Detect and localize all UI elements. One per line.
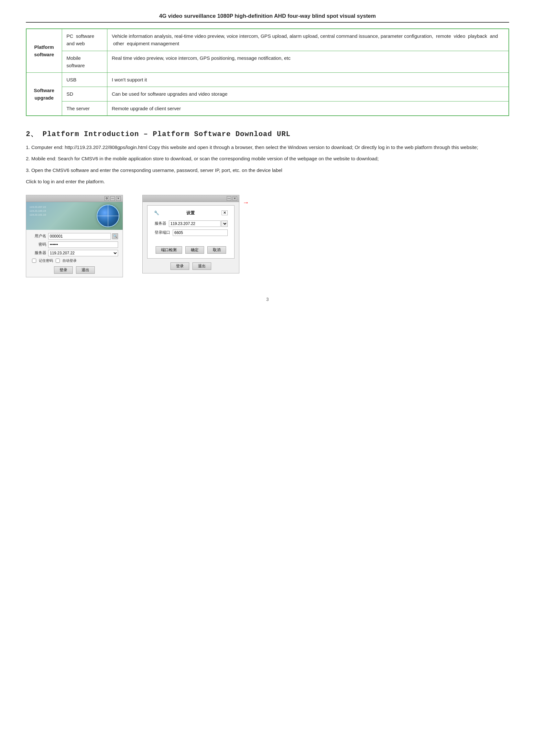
- search-button[interactable]: 🔍: [112, 233, 118, 239]
- sub-server: The server: [62, 101, 107, 116]
- desc-sd: Can be used for software upgrades and vi…: [107, 87, 509, 101]
- paragraph-2: 2. Mobile end: Search for CMSV6 in the m…: [26, 154, 509, 163]
- table-row: Platformsoftware PC softwareand web Vehi…: [26, 29, 509, 51]
- settings-action-btns: 端口检测 确定 取消: [154, 245, 228, 254]
- sub-pc: PC softwareand web: [62, 29, 107, 51]
- settings-close-btn[interactable]: ✕: [233, 196, 237, 201]
- confirm-button[interactable]: 确定: [185, 246, 204, 254]
- username-label: 用户名: [31, 233, 46, 239]
- settings-inner-box: 🔧 设置 ✕ 服务器 ▼ 登录端口 端口检测: [147, 205, 235, 258]
- paragraph-4: Click to log in and enter the platform.: [26, 177, 509, 186]
- settings-exit-button[interactable]: 退出: [192, 262, 211, 270]
- settings-screenshot: — ✕ 🔧 设置 ✕ 服务器 ▼: [142, 195, 239, 273]
- exit-button[interactable]: 退出: [76, 266, 95, 274]
- category-upgrade: Softwareupgrade: [26, 73, 62, 116]
- login-screenshot: ⚙ — ✕ 119.23.207.22 119.23.100.15 119.23…: [26, 195, 123, 277]
- settings-inner-header: 🔧 设置 ✕: [154, 210, 228, 216]
- auto-login-checkbox[interactable]: [56, 258, 60, 263]
- bg-text-line: 119.23.101.10: [29, 213, 46, 217]
- server-settings-row: 服务器 ▼: [154, 220, 228, 227]
- desc-server: Remote upgrade of client server: [107, 101, 509, 116]
- screenshots-container: ⚙ — ✕ 119.23.207.22 119.23.100.15 119.23…: [26, 195, 509, 277]
- settings-content: 🔧 设置 ✕ 服务器 ▼ 登录端口 端口检测: [143, 202, 239, 273]
- login-button[interactable]: 登录: [54, 266, 73, 274]
- password-row: 密码: [31, 241, 118, 248]
- auto-login-label: 自动登录: [62, 258, 77, 263]
- server-label: 服务器: [31, 250, 46, 256]
- password-label: 密码: [31, 242, 46, 247]
- sub-usb: USB: [62, 73, 107, 87]
- desc-mobile: Real time video preview, voice intercom,…: [107, 51, 509, 73]
- bg-text-line: 119.23.207.22: [29, 205, 46, 209]
- remember-label: 记住密码: [39, 258, 53, 263]
- server-dropdown[interactable]: ▼: [221, 220, 228, 227]
- section-heading: 2、 Platform Introduction – Platform Soft…: [26, 129, 509, 139]
- settings-icon: 🔧: [154, 210, 159, 215]
- login-title-bar: ⚙ — ✕: [26, 195, 123, 202]
- sub-sd: SD: [62, 87, 107, 101]
- server-settings-input[interactable]: [169, 220, 221, 227]
- server-settings-label: 服务器: [154, 221, 166, 226]
- page-title: 4G video surveillance 1080P high-definit…: [26, 13, 509, 23]
- settings-inner-title: 设置: [186, 210, 195, 216]
- main-table: Platformsoftware PC softwareand web Vehi…: [26, 28, 509, 116]
- close-btn[interactable]: ✕: [116, 196, 121, 201]
- settings-login-button[interactable]: 登录: [170, 262, 189, 270]
- paragraph-3: 3. Open the CMSV6 software and enter the…: [26, 166, 509, 175]
- globe-icon: [97, 204, 119, 227]
- desc-usb: I won't support it: [107, 73, 509, 87]
- username-row: 用户名 🔍: [31, 233, 118, 239]
- server-select[interactable]: 119.23.207.22: [48, 250, 118, 256]
- bg-text-line: 119.23.100.15: [29, 209, 46, 213]
- desc-pc: Vehicle information analysis, real-time …: [107, 29, 509, 51]
- sub-mobile: Mobilesoftware: [62, 51, 107, 73]
- login-buttons: 登录 退出: [31, 265, 118, 274]
- window-controls: ⚙ — ✕: [104, 196, 121, 201]
- server-row: 服务器 119.23.207.22: [31, 250, 118, 256]
- settings-bottom-btns: 登录 退出: [147, 261, 235, 270]
- paragraph-1: 1. Computer end: http://119.23.207.22/80…: [26, 143, 509, 151]
- page-number: 3: [26, 297, 509, 302]
- login-form: 用户名 🔍 密码 服务器 119.23.207.22 记住密码 自动登录: [26, 230, 123, 277]
- settings-cancel-button[interactable]: 取消: [207, 246, 226, 254]
- remember-checkbox[interactable]: [32, 258, 36, 263]
- table-row: The server Remote upgrade of client serv…: [26, 101, 509, 116]
- table-row: Softwareupgrade USB I won't support it: [26, 73, 509, 87]
- category-platform: Platformsoftware: [26, 29, 62, 73]
- port-label: 登录端口: [154, 230, 170, 235]
- settings-outer-title-bar: — ✕: [143, 195, 239, 202]
- table-row: Mobilesoftware Real time video preview, …: [26, 51, 509, 73]
- password-input[interactable]: [48, 241, 118, 248]
- settings-window-controls: — ✕: [227, 196, 237, 201]
- table-row: SD Can be used for software upgrades and…: [26, 87, 509, 101]
- settings-btn[interactable]: ⚙: [104, 196, 109, 201]
- minimize-btn[interactable]: —: [110, 196, 115, 201]
- settings-inner-close[interactable]: ✕: [222, 210, 228, 215]
- detect-button[interactable]: 端口检测: [155, 246, 182, 254]
- port-input[interactable]: [173, 230, 228, 236]
- port-settings-row: 登录端口: [154, 230, 228, 236]
- red-arrow-icon: →: [242, 199, 249, 206]
- settings-screenshot-wrapper: → — ✕ 🔧 设置 ✕ 服务器: [142, 195, 239, 273]
- options-row: 记住密码 自动登录: [31, 258, 118, 263]
- username-input[interactable]: [48, 233, 111, 239]
- settings-minimize-btn[interactable]: —: [227, 196, 231, 201]
